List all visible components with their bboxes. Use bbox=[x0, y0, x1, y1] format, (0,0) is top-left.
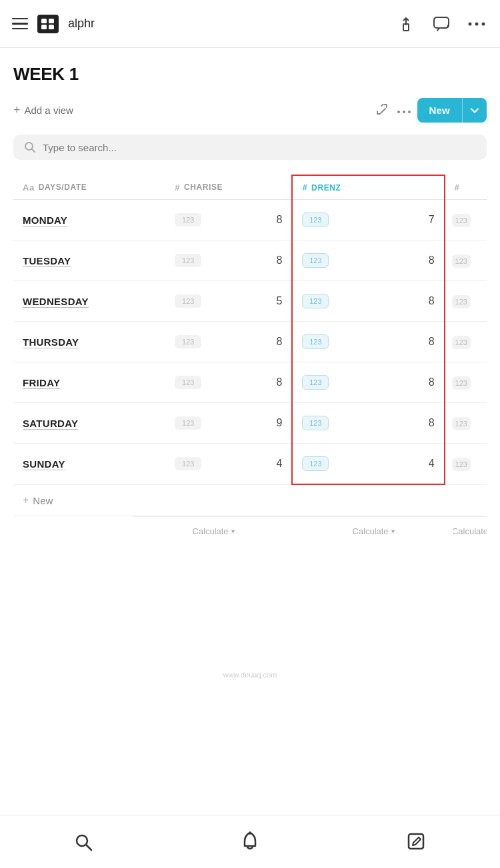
charise-value-6: 4 bbox=[276, 458, 282, 470]
charise-value-1: 8 bbox=[276, 254, 282, 266]
svg-rect-3 bbox=[49, 25, 54, 29]
page-content: WEEK 1 + Add a view New bbox=[0, 48, 500, 546]
add-row-plus-icon: + bbox=[23, 494, 29, 506]
svg-rect-2 bbox=[49, 19, 54, 23]
toolbar-row: + Add a view New bbox=[13, 98, 487, 123]
nav-search-button[interactable] bbox=[53, 827, 113, 857]
table-row[interactable]: SATURDAY 123 9 123 8 123 bbox=[13, 403, 487, 444]
col-icon-drenz: # bbox=[302, 183, 307, 193]
charise-cell-2[interactable]: 123 5 bbox=[165, 281, 292, 322]
calculate-extra-label: Calculate bbox=[453, 526, 487, 536]
calculate-drenz[interactable]: Calculate ▾ bbox=[293, 516, 453, 546]
search-icon bbox=[24, 141, 36, 153]
day-cell-4: FRIDAY bbox=[13, 362, 165, 403]
search-input[interactable] bbox=[43, 142, 476, 153]
charise-value-0: 8 bbox=[276, 214, 282, 226]
calculate-charise-label: Calculate bbox=[192, 526, 228, 536]
extra-cell-1: 123 bbox=[445, 240, 487, 281]
table-row[interactable]: WEDNESDAY 123 5 123 8 123 bbox=[13, 281, 487, 322]
drenz-value-0: 7 bbox=[429, 214, 435, 226]
nav-compose-button[interactable] bbox=[387, 827, 447, 857]
table-row[interactable]: TUESDAY 123 8 123 8 123 bbox=[13, 240, 487, 281]
svg-rect-1 bbox=[41, 25, 47, 29]
svg-point-7 bbox=[475, 22, 479, 25]
extra-chip-3: 123 bbox=[452, 336, 471, 349]
more-options-button[interactable] bbox=[465, 18, 488, 30]
share-button[interactable] bbox=[395, 13, 417, 35]
drenz-chip-3: 123 bbox=[302, 334, 329, 349]
extra-cell-5: 123 bbox=[445, 403, 487, 444]
table-row[interactable]: MONDAY 123 8 123 7 123 bbox=[13, 200, 487, 240]
extra-chip-2: 123 bbox=[452, 295, 471, 308]
charise-cell-4[interactable]: 123 8 bbox=[165, 362, 292, 403]
charise-cell-0[interactable]: 123 8 bbox=[165, 200, 292, 240]
charise-value-5: 9 bbox=[276, 417, 282, 429]
drenz-cell-0[interactable]: 123 7 bbox=[292, 200, 444, 240]
charise-chip-2: 123 bbox=[175, 294, 201, 308]
watermark: www.deuaq.com bbox=[0, 665, 500, 739]
drenz-cell-4[interactable]: 123 8 bbox=[292, 362, 444, 403]
drenz-value-5: 8 bbox=[429, 417, 435, 429]
expand-icon[interactable] bbox=[376, 103, 388, 118]
extra-chip-5: 123 bbox=[452, 417, 471, 430]
nav-notifications-button[interactable] bbox=[221, 826, 279, 858]
col-header-drenz: # DRENZ bbox=[292, 175, 444, 200]
top-bar-left: alphr bbox=[12, 15, 95, 33]
app-name: alphr bbox=[68, 17, 95, 31]
table-container: Aa DAYS/DATE # CHARISE # bbox=[13, 175, 487, 546]
chat-button[interactable] bbox=[429, 12, 453, 36]
drenz-value-2: 8 bbox=[429, 295, 435, 307]
menu-icon[interactable] bbox=[12, 18, 28, 30]
app-logo bbox=[37, 15, 59, 33]
add-view-button[interactable]: + Add a view bbox=[13, 101, 369, 120]
calculate-drenz-label: Calculate bbox=[352, 526, 388, 536]
charise-value-3: 8 bbox=[276, 336, 282, 348]
charise-chip-6: 123 bbox=[175, 457, 201, 470]
drenz-cell-1[interactable]: 123 8 bbox=[292, 240, 444, 281]
search-bar bbox=[13, 135, 487, 160]
new-main-button[interactable]: New bbox=[417, 98, 462, 123]
drenz-cell-5[interactable]: 123 8 bbox=[292, 403, 444, 444]
table-row[interactable]: SUNDAY 123 4 123 4 123 bbox=[13, 444, 487, 485]
toolbar-icons bbox=[376, 103, 411, 118]
day-name-3: THURSDAY bbox=[23, 336, 79, 348]
day-cell-3: THURSDAY bbox=[13, 322, 165, 362]
day-cell-2: WEDNESDAY bbox=[13, 281, 165, 322]
add-row-button[interactable]: + New bbox=[13, 485, 487, 516]
more-icon[interactable] bbox=[397, 105, 411, 117]
col-header-charise: # CHARISE bbox=[165, 175, 292, 200]
day-name-5: SATURDAY bbox=[23, 418, 78, 429]
drenz-value-4: 8 bbox=[429, 376, 435, 388]
svg-point-10 bbox=[403, 111, 405, 113]
add-view-plus-icon: + bbox=[13, 103, 21, 117]
charise-cell-5[interactable]: 123 9 bbox=[165, 403, 292, 444]
svg-point-6 bbox=[469, 22, 472, 25]
new-dropdown-button[interactable] bbox=[462, 98, 487, 123]
day-cell-6: SUNDAY bbox=[13, 444, 165, 485]
charise-cell-6[interactable]: 123 4 bbox=[165, 444, 292, 485]
extra-cell-0: 123 bbox=[445, 200, 487, 240]
day-name-4: FRIDAY bbox=[23, 377, 60, 388]
charise-cell-3[interactable]: 123 8 bbox=[165, 322, 292, 362]
drenz-cell-6[interactable]: 123 4 bbox=[292, 444, 444, 485]
col-label-days: DAYS/DATE bbox=[39, 183, 87, 192]
drenz-chip-2: 123 bbox=[302, 294, 329, 308]
data-table: Aa DAYS/DATE # CHARISE # bbox=[13, 175, 487, 485]
page-title: WEEK 1 bbox=[13, 64, 487, 85]
day-cell-0: MONDAY bbox=[13, 200, 165, 240]
charise-cell-1[interactable]: 123 8 bbox=[165, 240, 292, 281]
calculate-charise[interactable]: Calculate ▾ bbox=[133, 516, 293, 546]
add-view-label: Add a view bbox=[25, 105, 73, 116]
charise-chip-3: 123 bbox=[175, 335, 201, 348]
day-cell-1: TUESDAY bbox=[13, 240, 165, 281]
drenz-chip-0: 123 bbox=[302, 213, 329, 227]
table-row[interactable]: FRIDAY 123 8 123 8 123 bbox=[13, 362, 487, 403]
table-row[interactable]: THURSDAY 123 8 123 8 123 bbox=[13, 322, 487, 362]
drenz-cell-2[interactable]: 123 8 bbox=[292, 281, 444, 322]
day-name-6: SUNDAY bbox=[23, 458, 65, 470]
drenz-cell-3[interactable]: 123 8 bbox=[292, 322, 444, 362]
calculate-extra[interactable]: Calculate bbox=[453, 516, 487, 546]
day-name-2: WEDNESDAY bbox=[23, 296, 89, 307]
day-name-0: MONDAY bbox=[23, 215, 67, 226]
extra-cell-6: 123 bbox=[445, 444, 487, 485]
